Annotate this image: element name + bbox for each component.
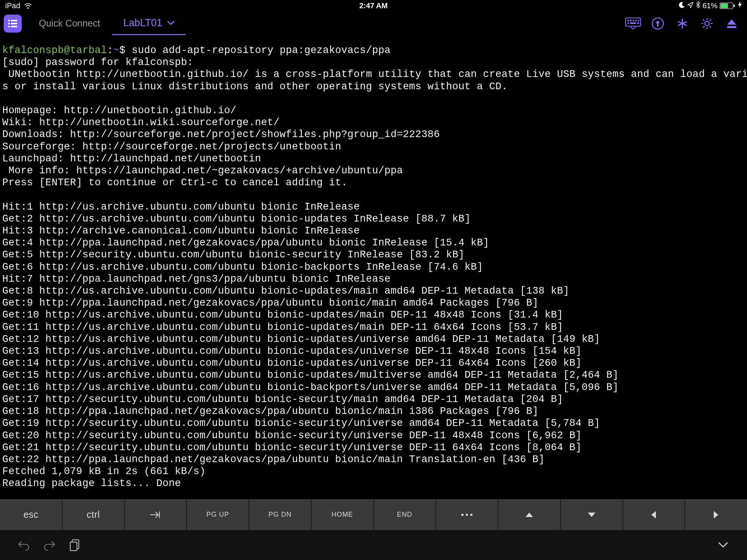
key-pgup[interactable]: PG UP [187, 499, 249, 530]
prompt-path: ~ [113, 45, 120, 56]
svg-line-25 [710, 19, 711, 21]
settings-gear-icon[interactable] [695, 12, 719, 35]
svg-rect-17 [657, 23, 658, 27]
keyboard-icon[interactable] [622, 12, 645, 35]
svg-rect-5 [11, 26, 17, 27]
session-tab[interactable]: LabLT01 [112, 12, 186, 35]
star-icon[interactable] [671, 12, 694, 35]
lock-icon[interactable] [646, 12, 669, 35]
svg-rect-11 [638, 20, 639, 21]
battery-percent: 61% [703, 1, 717, 10]
svg-rect-12 [627, 22, 629, 24]
prompt-user: kfalconspb [2, 45, 64, 56]
key-arrow-up[interactable] [498, 499, 561, 530]
eject-icon[interactable] [720, 12, 743, 35]
arrow-right-icon [713, 510, 719, 519]
svg-rect-3 [11, 23, 17, 24]
status-bar: iPad 2:47 AM 61% [0, 0, 747, 11]
arrow-down-icon [587, 511, 596, 518]
redo-button[interactable] [37, 534, 62, 556]
tab-icon [150, 510, 161, 519]
svg-line-23 [703, 19, 704, 21]
terminal-lines: [sudo] password for kfalconspb: UNetboot… [2, 57, 747, 489]
svg-rect-10 [635, 20, 637, 21]
svg-rect-1 [11, 20, 17, 21]
svg-rect-13 [630, 22, 636, 24]
svg-point-4 [8, 25, 10, 27]
prompt-host: tarbal [70, 45, 107, 56]
arrow-left-icon [650, 510, 657, 519]
key-arrow-down[interactable] [561, 499, 623, 530]
keyboard-accessory-row: esc ctrl PG UP PG DN HOME END [0, 499, 747, 530]
bluetooth-icon [696, 1, 700, 10]
key-home[interactable]: HOME [311, 499, 374, 530]
svg-rect-8 [630, 20, 632, 21]
svg-point-18 [705, 21, 709, 26]
charging-icon [738, 1, 742, 10]
svg-rect-9 [633, 20, 634, 21]
svg-point-29 [466, 514, 468, 516]
chevron-down-icon [167, 21, 174, 25]
svg-point-30 [470, 514, 472, 516]
key-esc[interactable]: esc [0, 499, 62, 530]
hide-keyboard-button[interactable] [710, 534, 736, 556]
key-arrow-left[interactable] [623, 499, 685, 530]
quick-connect-button[interactable]: Quick Connect [28, 12, 111, 35]
clipboard-button[interactable] [62, 534, 87, 556]
undo-button[interactable] [11, 534, 37, 556]
clock: 2:47 AM [359, 1, 388, 10]
key-tab[interactable] [125, 499, 187, 530]
terminal-output[interactable]: kfalconspb@tarbal:~$ sudo add-apt-reposi… [0, 35, 747, 494]
command-text: sudo add-apt-repository ppa:gezakovacs/p… [132, 45, 391, 56]
device-label: iPad [5, 1, 20, 10]
key-arrow-right[interactable] [685, 499, 747, 530]
key-ctrl[interactable]: ctrl [62, 499, 125, 530]
app-toolbar: Quick Connect LabLT01 [0, 11, 747, 35]
arrow-up-icon [525, 511, 534, 518]
svg-rect-27 [727, 26, 736, 28]
svg-point-28 [461, 514, 464, 516]
more-dots-icon [461, 513, 473, 517]
sessions-menu-button[interactable] [4, 15, 22, 33]
wifi-icon [24, 3, 32, 9]
svg-rect-32 [70, 542, 77, 551]
svg-point-2 [8, 22, 10, 24]
location-icon [687, 1, 694, 10]
bottom-system-row [0, 530, 747, 560]
key-more[interactable] [436, 499, 498, 530]
moon-icon [679, 1, 685, 10]
key-pgdn[interactable]: PG DN [249, 499, 311, 530]
svg-line-24 [710, 26, 711, 28]
svg-rect-14 [637, 22, 639, 24]
svg-point-0 [8, 19, 10, 21]
battery-icon [720, 3, 735, 9]
svg-rect-6 [626, 18, 641, 26]
key-end[interactable]: END [374, 499, 436, 530]
svg-line-26 [703, 26, 704, 28]
svg-rect-7 [627, 20, 629, 21]
session-tab-label: LabLT01 [123, 17, 162, 29]
